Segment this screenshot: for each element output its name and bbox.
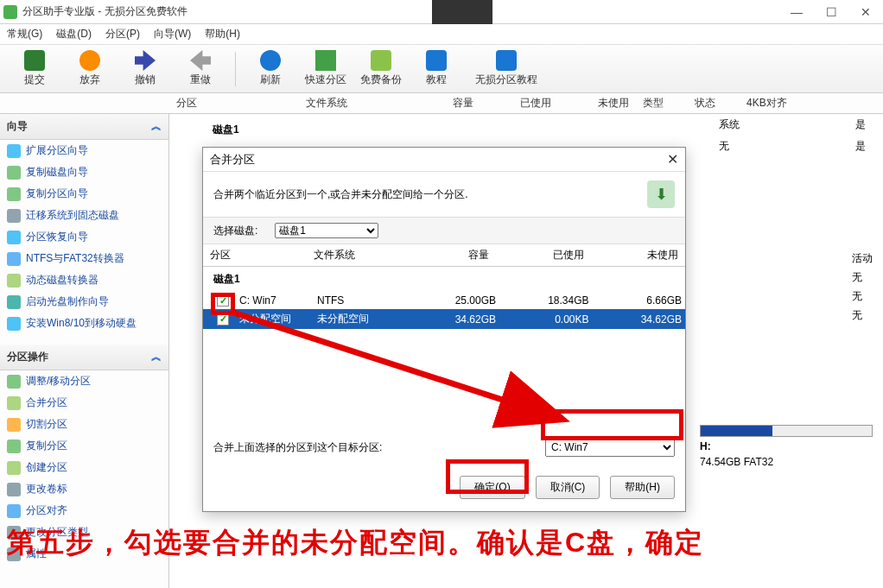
sidebar-op-split[interactable]: 切割分区 [0,414,168,435]
dialog-description: 合并两个临近分区到一个,或合并未分配空间给一个分区. [213,187,468,202]
menu-partition[interactable]: 分区(P) [105,27,140,41]
toolbar-discard[interactable]: 放弃 [66,50,114,87]
toolbar-refresh[interactable]: 刷新 [246,50,295,87]
dark-tab [432,0,492,24]
dialog-titlebar: 合并分区 ✕ [203,148,685,172]
dialog-title: 合并分区 [210,152,255,168]
sidebar-op-align[interactable]: 分区对齐 [0,500,168,522]
help-button[interactable]: 帮助(H) [610,476,675,499]
toolbar: 提交 放弃 撤销 重做 刷新 快速分区 免费备份 教程 无损分区教程 [0,45,883,93]
disk-h-box[interactable]: H: 74.54GB FAT32 [700,425,873,468]
sidebar-op-create[interactable]: 创建分区 [0,457,168,478]
right-info: 活动 无 无 无 [852,249,873,325]
sidebar-item-extend[interactable]: 扩展分区向导 [0,140,168,161]
disk1-heading: 磁盘1 [213,123,239,137]
sidebar-item-dynamic-convert[interactable]: 动态磁盘转换器 [0,269,168,291]
sidebar-op-label[interactable]: 更改卷标 [0,478,168,500]
sidebar: 向导 ︽ 扩展分区向导 复制磁盘向导 复制分区向导 迁移系统到固态磁盘 分区恢复… [0,114,169,588]
close-button[interactable]: ✕ [848,0,883,24]
menu-disk[interactable]: 磁盘(D) [56,27,92,41]
toolbar-redo[interactable]: 重做 [176,50,225,87]
annotation-ok-box [446,459,529,494]
toolbar-undo[interactable]: 撤销 [121,50,169,87]
window-title: 分区助手专业版 - 无损分区免费软件 [22,4,779,19]
menu-help[interactable]: 帮助(H) [205,27,240,41]
col-used[interactable]: 已使用 [480,96,558,111]
dialog-row-unallocated[interactable]: 未分配空间 未分配空间 34.62GB 0.00KB 34.62GB [203,309,685,329]
select-disk-label: 选择磁盘: [213,224,257,238]
col-partition[interactable]: 分区 [169,96,299,111]
toolbar-separator [235,52,236,86]
collapse-icon[interactable]: ︽ [151,350,162,364]
partition-columns-header: 分区 文件系统 容量 已使用 未使用 类型 状态 4KB对齐 [0,93,883,114]
dialog-grid-header: 分区 文件系统 容量 已使用 未使用 [203,244,685,267]
minimize-button[interactable]: — [779,0,814,24]
toolbar-apply[interactable]: 提交 [10,50,59,87]
col-unused[interactable]: 未使用 [558,96,636,111]
target-dropdown[interactable]: C: Win7 [545,438,675,457]
menu-wizard[interactable]: 向导(W) [154,27,191,41]
wizard-panel-header[interactable]: 向导 ︽ [0,114,168,140]
sidebar-item-ntfs-fat32[interactable]: NTFS与FAT32转换器 [0,248,168,269]
annotation-text: 第五步，勾选要合并的未分配空间。确认是C盘，确定 [7,524,704,562]
dialog-close-icon[interactable]: ✕ [667,151,678,168]
collapse-icon[interactable]: ︽ [151,119,162,134]
col-filesystem[interactable]: 文件系统 [299,96,403,111]
titlebar: 分区助手专业版 - 无损分区免费软件 — ☐ ✕ [0,0,883,24]
sidebar-item-install-win[interactable]: 安装Win8/10到移动硬盘 [0,313,168,334]
sidebar-item-copy-partition[interactable]: 复制分区向导 [0,183,168,205]
ops-panel-header[interactable]: 分区操作 ︽ [0,345,168,370]
col-capacity[interactable]: 容量 [403,96,480,111]
partition-table-fragment: 系统是 无是 [702,114,883,157]
toolbar-lossless-tutorial[interactable]: 无损分区教程 [467,50,545,87]
select-disk-dropdown[interactable]: 磁盘1 [275,223,378,238]
sidebar-op-resize[interactable]: 调整/移动分区 [0,370,168,392]
target-label: 合并上面选择的分区到这个目标分区: [213,440,382,455]
col-status[interactable]: 状态 [688,96,740,111]
download-icon: ⬇ [647,180,675,208]
sidebar-item-boot-cd[interactable]: 启动光盘制作向导 [0,291,168,313]
sidebar-op-copy[interactable]: 复制分区 [0,435,168,457]
annotation-target-box [541,409,683,440]
app-icon [3,5,17,19]
sidebar-item-migrate-ssd[interactable]: 迁移系统到固态磁盘 [0,205,168,226]
maximize-button[interactable]: ☐ [814,0,848,24]
col-type[interactable]: 类型 [636,96,688,111]
dialog-disk-group: 磁盘1 [203,267,685,292]
toolbar-quick-partition[interactable]: 快速分区 [302,50,350,87]
menubar: 常规(G) 磁盘(D) 分区(P) 向导(W) 帮助(H) [0,24,883,45]
toolbar-tutorial[interactable]: 教程 [412,50,461,87]
merge-dialog: 合并分区 ✕ 合并两个临近分区到一个,或合并未分配空间给一个分区. ⬇ 选择磁盘… [202,147,686,512]
toolbar-backup[interactable]: 免费备份 [357,50,405,87]
window-controls: — ☐ ✕ [779,0,883,24]
col-4kb[interactable]: 4KB对齐 [740,96,800,111]
sidebar-op-merge[interactable]: 合并分区 [0,392,168,414]
sidebar-item-copy-disk[interactable]: 复制磁盘向导 [0,161,168,183]
annotation-checkbox-box [211,293,235,315]
menu-general[interactable]: 常规(G) [7,27,42,41]
sidebar-item-recovery[interactable]: 分区恢复向导 [0,226,168,248]
dialog-row-c-win7[interactable]: C: Win7 NTFS 25.00GB 18.34GB 6.66GB [203,292,685,309]
cancel-button[interactable]: 取消(C) [536,476,600,499]
